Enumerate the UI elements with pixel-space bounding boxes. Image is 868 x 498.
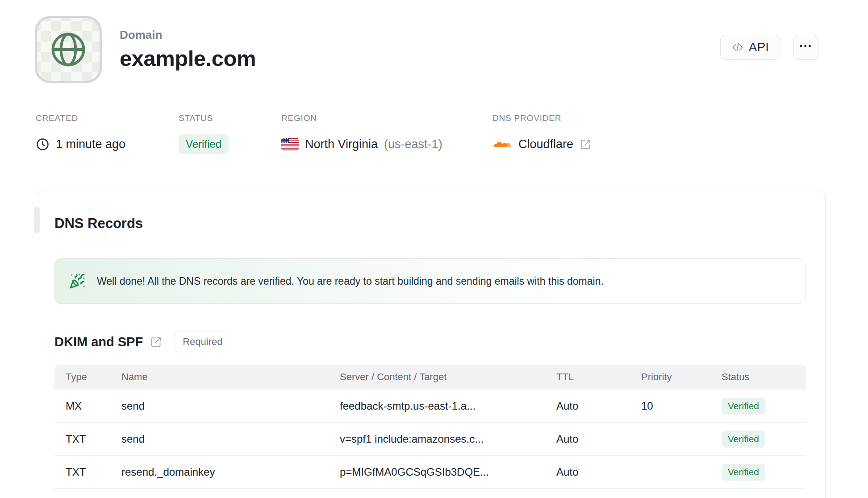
col-header-name: Name <box>121 371 340 383</box>
dkim-spf-section-header: DKIM and SPF Required <box>54 332 805 352</box>
cell-priority: 10 <box>641 400 722 412</box>
status-badge: Verified <box>722 464 765 481</box>
table-header-row: Type Name Server / Content / Target TTL … <box>54 365 806 390</box>
created-label: CREATED <box>36 113 125 123</box>
dkim-spf-title: DKIM and SPF <box>54 335 143 349</box>
cloudflare-icon <box>492 137 512 151</box>
success-banner-text: Well done! All the DNS records are verif… <box>97 275 604 287</box>
api-button-label: API <box>749 40 769 54</box>
region-value: North Virginia <box>305 137 378 151</box>
cell-ttl: Auto <box>556 466 641 478</box>
cell-content: v=spf1 include:amazonses.c... <box>340 433 556 445</box>
dns-records-card: DNS Records Well done! All the DNS recor… <box>36 190 826 498</box>
status-badge: Verified <box>722 398 765 415</box>
party-popper-icon <box>69 273 85 289</box>
meta-dns-provider: DNS PROVIDER Cloudflare <box>492 113 592 154</box>
cell-content: p=MIGfMA0GCSqGSIb3DQE... <box>340 466 556 478</box>
domain-kicker: Domain <box>120 28 256 42</box>
success-banner: Well done! All the DNS records are verif… <box>54 258 805 304</box>
status-badge: Verified <box>179 134 229 154</box>
meta-created: CREATED 1 minute ago <box>36 113 125 154</box>
domain-title-block: Domain example.com <box>120 28 256 71</box>
region-label: REGION <box>281 113 442 123</box>
dns-provider-value: Cloudflare <box>518 137 573 151</box>
more-button[interactable]: ⋯ <box>793 35 818 60</box>
col-header-priority: Priority <box>641 371 722 383</box>
card-side-tab <box>34 207 40 233</box>
cell-type: TXT <box>54 433 121 445</box>
col-header-status: Status <box>722 371 806 383</box>
external-link-icon[interactable] <box>580 138 592 150</box>
dns-provider-label: DNS PROVIDER <box>492 113 592 123</box>
status-label: STATUS <box>179 113 229 123</box>
cell-ttl: Auto <box>556 433 641 445</box>
dns-records-table: Type Name Server / Content / Target TTL … <box>54 365 806 489</box>
cell-type: MX <box>54 400 121 412</box>
col-header-type: Type <box>54 371 121 383</box>
cell-content: feedback-smtp.us-east-1.a... <box>340 400 556 412</box>
cell-ttl: Auto <box>556 400 641 412</box>
clock-icon <box>36 137 50 151</box>
globe-icon <box>48 29 89 70</box>
cell-name: send <box>121 400 340 412</box>
created-value: 1 minute ago <box>56 137 125 151</box>
page-title: example.com <box>120 46 256 71</box>
cell-type: TXT <box>54 466 121 478</box>
table-row: MX send feedback-smtp.us-east-1.a... Aut… <box>54 390 806 423</box>
col-header-ttl: TTL <box>556 371 641 383</box>
cell-name: send <box>121 433 340 445</box>
external-link-icon[interactable] <box>150 336 162 348</box>
domain-avatar <box>35 16 102 83</box>
meta-status: STATUS Verified <box>179 113 229 154</box>
region-code: (us-east-1) <box>384 137 442 151</box>
col-header-content: Server / Content / Target <box>340 371 556 383</box>
table-row: TXT resend._domainkey p=MIGfMA0GCSqGSIb3… <box>54 456 806 489</box>
header-actions: API ⋯ <box>720 35 818 60</box>
status-badge: Verified <box>722 431 765 448</box>
code-icon <box>731 41 744 54</box>
cell-name: resend._domainkey <box>121 466 340 478</box>
dns-records-title: DNS Records <box>54 216 805 232</box>
domain-header: Domain example.com <box>35 16 256 83</box>
required-badge: Required <box>175 332 230 352</box>
us-flag-icon <box>281 138 299 150</box>
meta-region: REGION North Virginia (us-east-1) <box>281 113 442 154</box>
table-row: TXT send v=spf1 include:amazonses.c... A… <box>54 423 806 456</box>
api-button[interactable]: API <box>720 35 780 60</box>
